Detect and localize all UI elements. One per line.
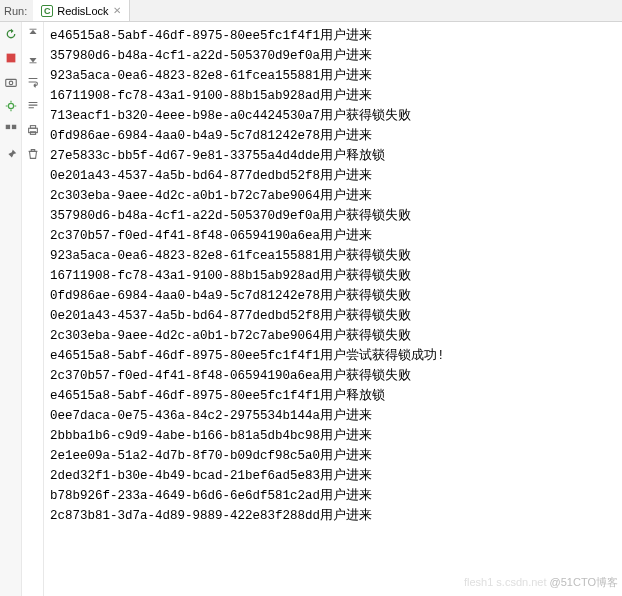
tab-label: RedisLock [57, 5, 108, 17]
pin-icon[interactable] [3, 146, 19, 162]
scroll-down-icon[interactable] [25, 50, 41, 66]
svg-rect-5 [11, 125, 15, 129]
soft-wrap-icon[interactable] [25, 74, 41, 90]
svg-rect-0 [6, 54, 15, 63]
run-label: Run: [0, 5, 33, 17]
console-line: 923a5aca-0ea6-4823-82e8-61fcea155881用户获得… [50, 246, 622, 266]
left-gutter [0, 22, 22, 596]
console-line: 2c370b57-f0ed-4f41-8f48-06594190a6ea用户获得… [50, 366, 622, 386]
svg-rect-6 [29, 29, 36, 30]
console-line: 2c303eba-9aee-4d2c-a0b1-b72c7abe9064用户进来 [50, 186, 622, 206]
console-line: 923a5aca-0ea6-4823-82e8-61fcea155881用户进来 [50, 66, 622, 86]
scroll-up-icon[interactable] [25, 26, 41, 42]
console-line: e46515a8-5abf-46df-8975-80ee5fc1f4f1用户尝试… [50, 346, 622, 366]
close-icon[interactable]: ✕ [113, 5, 121, 16]
bug-settings-icon[interactable] [3, 98, 19, 114]
watermark-faint: flesh1 s.csdn.net [464, 576, 547, 588]
console-line: 357980d6-b48a-4cf1-a22d-505370d9ef0a用户获得… [50, 206, 622, 226]
console-line: 2e1ee09a-51a2-4d7b-8f70-b09dcf98c5a0用户进来 [50, 446, 622, 466]
camera-icon[interactable] [3, 74, 19, 90]
svg-point-3 [8, 103, 13, 108]
trash-icon[interactable] [25, 146, 41, 162]
console-line: 0fd986ae-6984-4aa0-b4a9-5c7d81242e78用户进来 [50, 126, 622, 146]
svg-rect-9 [30, 126, 35, 129]
config-icon: C [41, 5, 53, 17]
console-line: 27e5833c-bb5f-4d67-9e81-33755a4d4dde用户释放… [50, 146, 622, 166]
console-line: 16711908-fc78-43a1-9100-88b15ab928ad用户获得… [50, 266, 622, 286]
run-tool-main: e46515a8-5abf-46df-8975-80ee5fc1f4f1用户进来… [0, 22, 622, 596]
stop-button[interactable] [3, 50, 19, 66]
console-output[interactable]: e46515a8-5abf-46df-8975-80ee5fc1f4f1用户进来… [44, 22, 622, 596]
print-icon[interactable] [25, 122, 41, 138]
console-line: e46515a8-5abf-46df-8975-80ee5fc1f4f1用户释放… [50, 386, 622, 406]
console-line: 2ded32f1-b30e-4b49-bcad-21bef6ad5e83用户进来 [50, 466, 622, 486]
console-line: 0ee7daca-0e75-436a-84c2-2975534b144a用户进来 [50, 406, 622, 426]
console-line: 2bbba1b6-c9d9-4abe-b166-b81a5db4bc98用户进来 [50, 426, 622, 446]
console-line: 357980d6-b48a-4cf1-a22d-505370d9ef0a用户进来 [50, 46, 622, 66]
console-line: 0fd986ae-6984-4aa0-b4a9-5c7d81242e78用户获得… [50, 286, 622, 306]
console-line: 2c303eba-9aee-4d2c-a0b1-b72c7abe9064用户获得… [50, 326, 622, 346]
svg-rect-7 [29, 62, 36, 63]
console-line: 713eacf1-b320-4eee-b98e-a0c4424530a7用户获得… [50, 106, 622, 126]
watermark: flesh1 s.csdn.net @51CTO博客 [460, 575, 622, 590]
console-line: 16711908-fc78-43a1-9100-88b15ab928ad用户进来 [50, 86, 622, 106]
run-config-tab[interactable]: C RedisLock ✕ [33, 0, 129, 21]
console-line: 0e201a43-4537-4a5b-bd64-877dedbd52f8用户进来 [50, 166, 622, 186]
scroll-to-end-icon[interactable] [25, 98, 41, 114]
console-line: 2c370b57-f0ed-4f41-8f48-06594190a6ea用户进来 [50, 226, 622, 246]
console-line: e46515a8-5abf-46df-8975-80ee5fc1f4f1用户进来 [50, 26, 622, 46]
svg-rect-4 [5, 125, 9, 129]
run-tool-header: Run: C RedisLock ✕ [0, 0, 622, 22]
rerun-button[interactable] [3, 26, 19, 42]
svg-rect-1 [5, 79, 16, 86]
middle-gutter [22, 22, 44, 596]
svg-point-2 [9, 81, 13, 85]
watermark-main: @51CTO博客 [550, 576, 618, 588]
console-line: b78b926f-233a-4649-b6d6-6e6df581c2ad用户进来 [50, 486, 622, 506]
console-line: 0e201a43-4537-4a5b-bd64-877dedbd52f8用户获得… [50, 306, 622, 326]
console-line: 2c873b81-3d7a-4d89-9889-422e83f288dd用户进来 [50, 506, 622, 526]
layout-icon[interactable] [3, 122, 19, 138]
